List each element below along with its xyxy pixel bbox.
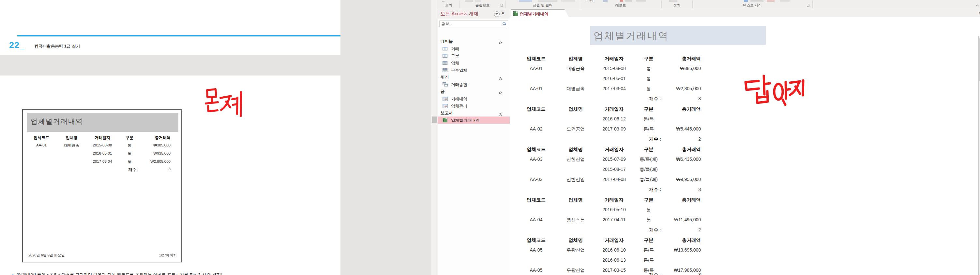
ribbon-fragment-icon bbox=[636, 0, 646, 2]
report-data-cell: 2017-04-11 bbox=[594, 217, 634, 222]
nav-item-구분[interactable]: 구분 bbox=[438, 52, 510, 59]
report-title: 업체별거래내역 bbox=[593, 29, 669, 43]
report-data-cell: AA-02 bbox=[520, 126, 553, 131]
report-data-cell: 통/특 bbox=[632, 258, 665, 263]
report-data-cell: 통/특 bbox=[632, 247, 665, 253]
report-data-cell: AA-05 bbox=[520, 247, 553, 253]
sample-footer-page: 1/27페이지 bbox=[147, 253, 177, 258]
nav-item-label: 구분 bbox=[451, 54, 459, 59]
nav-section-header[interactable]: 쿼리 bbox=[438, 74, 510, 81]
nav-item-거래[interactable]: 거래 bbox=[438, 45, 510, 52]
ribbon-fragment-icon bbox=[475, 0, 481, 2]
report-data-cell: 대명금속 bbox=[558, 66, 593, 71]
ribbon-fragment-icon bbox=[744, 0, 748, 2]
sample-data-cell: 통 bbox=[120, 160, 139, 164]
ribbon-group-1: 보기 bbox=[438, 3, 460, 8]
nav-item-label: 우수업체 bbox=[451, 68, 467, 73]
document-scrollbar[interactable] bbox=[431, 0, 438, 275]
report-data-cell: 2016-06-12 bbox=[594, 116, 634, 122]
report-data-cell: 통/특(배) bbox=[632, 156, 665, 163]
report-header-cell: 구분 bbox=[632, 147, 665, 153]
report-count-cell: 2 bbox=[663, 136, 701, 142]
sample-data-cell: 2017-03-04 bbox=[88, 160, 117, 163]
sample-data-cell: 대명금속 bbox=[60, 143, 83, 148]
navigation-pane-header: 모든 Access 개체 « bbox=[438, 9, 510, 19]
clipboard-dialog-launcher[interactable] bbox=[501, 4, 503, 7]
bullet-icon: ● bbox=[12, 273, 14, 275]
search-input[interactable]: 검색... bbox=[439, 21, 508, 27]
nav-section-label: 보고서 bbox=[441, 110, 453, 116]
nav-item-업체별거래내역[interactable]: 업체별거래내역 bbox=[438, 117, 510, 124]
sample-data-cell: 3 bbox=[141, 167, 170, 171]
report-header-cell: 업체명 bbox=[558, 197, 593, 203]
shutter-bar-close-icon[interactable]: « bbox=[502, 10, 504, 15]
report-data-cell: 신한산업 bbox=[558, 156, 593, 163]
nav-section-label: 쿼리 bbox=[441, 74, 449, 80]
document-scrollbar-thumb[interactable] bbox=[432, 117, 437, 123]
ribbon-fragment-icon bbox=[519, 0, 532, 2]
report-data-cell: 우광산업 bbox=[558, 267, 593, 273]
sample-data-cell: 2015-08-08 bbox=[88, 143, 117, 147]
report-view: 업체별거래내역 업체코드업체명거래일자구분총거래액AA-01대명금속2015-0… bbox=[510, 17, 980, 275]
report-header-cell: 거래일자 bbox=[594, 237, 634, 243]
tab-close-icon[interactable]: ✕ bbox=[978, 11, 980, 15]
table-icon bbox=[442, 54, 448, 59]
nav-item-거래내역[interactable]: 거래내역 bbox=[438, 95, 510, 102]
nav-section-header[interactable]: 테이블 bbox=[438, 38, 510, 45]
sample-data-cell: 통 bbox=[120, 151, 139, 156]
report-count-cell: 3 bbox=[663, 272, 701, 275]
form-icon bbox=[442, 103, 448, 109]
report-data-cell: 대명금속 bbox=[558, 86, 593, 92]
ribbon-fragment-icon bbox=[751, 0, 764, 2]
nav-item-업체관리[interactable]: 업체관리 bbox=[438, 102, 510, 109]
report-data-cell: 우광산업 bbox=[558, 247, 593, 253]
report-header-cell: 총거래액 bbox=[663, 237, 701, 243]
nav-section-header[interactable]: 폼 bbox=[438, 88, 510, 95]
ribbon-collapse-icon[interactable] bbox=[975, 4, 979, 7]
tab-report[interactable]: 업체별거래내역 bbox=[511, 9, 569, 17]
nav-item-label: 거래내역 bbox=[451, 96, 467, 102]
navigation-pane-title: 모든 Access 개체 bbox=[440, 11, 479, 17]
report-data-cell: 2017-04-08 bbox=[594, 177, 634, 182]
sample-header-cell: 업체코드 bbox=[30, 135, 53, 141]
report-count-cell: 개수 : bbox=[608, 227, 661, 233]
nav-section-header[interactable]: 보고서 bbox=[438, 109, 510, 117]
ribbon-fragment-icon bbox=[767, 0, 775, 2]
ribbon-fragment-icon bbox=[465, 0, 473, 2]
report-header-cell: 업체명 bbox=[558, 106, 593, 112]
text-format-dialog-launcher[interactable] bbox=[807, 4, 810, 7]
ribbon-fragment-icon bbox=[442, 1, 444, 2]
nav-item-우수업체[interactable]: 우수업체 bbox=[438, 66, 510, 74]
nav-item-업체[interactable]: 업체 bbox=[438, 59, 510, 66]
sample-data-cell: ₩2,805,000 bbox=[141, 160, 170, 163]
sample-header-cell: 업체명 bbox=[60, 135, 83, 141]
report-data-cell: 통 bbox=[632, 86, 665, 92]
report-data-cell: AA-03 bbox=[520, 177, 553, 182]
sample-header-cell: 거래일자 bbox=[88, 135, 117, 141]
search-icon[interactable] bbox=[502, 22, 507, 26]
nav-menu-dropdown-icon[interactable] bbox=[494, 11, 500, 17]
report-data-cell: 2015-08-08 bbox=[594, 66, 634, 71]
report-data-cell: ₩9,955,000 bbox=[663, 177, 701, 182]
report-data-cell: AA-01 bbox=[520, 66, 553, 71]
nav-item-거래종합[interactable]: 거래종합 bbox=[438, 81, 510, 88]
report-header-cell: 구분 bbox=[632, 106, 665, 112]
ribbon-fragment-icon bbox=[538, 0, 557, 2]
ribbon-fragment-icon bbox=[620, 0, 623, 2]
ribbon-group-5: 찾기 bbox=[661, 3, 692, 8]
report-data-cell: 2017-03-04 bbox=[594, 86, 634, 91]
sample-report-box: 업체별거래내역 업체코드업체명거래일자구분총거래액AA-01대명금속2015-0… bbox=[22, 109, 181, 262]
report-data-cell: AA-03 bbox=[520, 156, 553, 162]
sample-data-cell: ₩385,000 bbox=[141, 143, 170, 147]
document-page-top: 22_ 컴퓨터활용능력 1급 실기 bbox=[0, 0, 340, 55]
report-data-cell: 2016-06-13 bbox=[594, 258, 634, 262]
handwriting-answer-label bbox=[741, 73, 816, 109]
sample-data-cell: 통 bbox=[120, 143, 139, 148]
doc-page-number: 22_ bbox=[9, 40, 25, 51]
nav-item-label: 업체 bbox=[451, 60, 459, 66]
form-icon bbox=[442, 96, 448, 102]
report-header-cell: 업체코드 bbox=[520, 197, 553, 203]
report-data-cell: AA-01 bbox=[520, 86, 553, 91]
report-scrollbar[interactable] bbox=[978, 36, 980, 275]
report-data-cell: 통 bbox=[632, 66, 665, 71]
